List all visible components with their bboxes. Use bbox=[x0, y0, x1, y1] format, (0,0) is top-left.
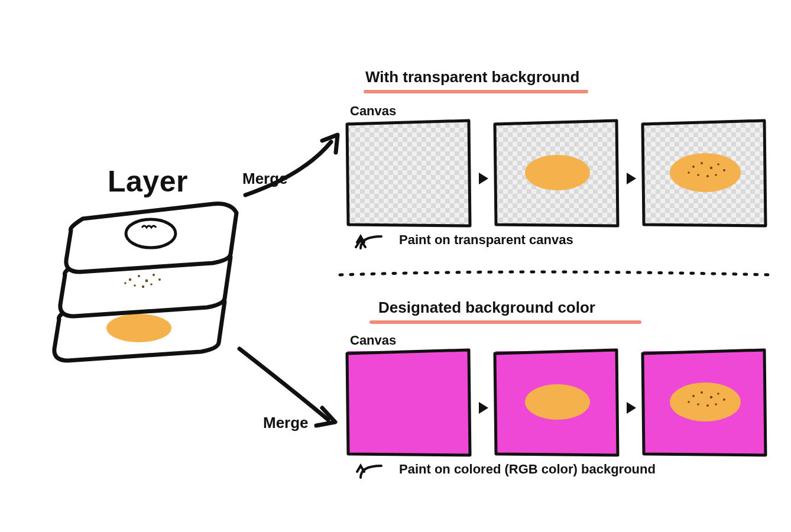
top-note: Paint on transparent canvas bbox=[399, 232, 573, 248]
svg-point-16 bbox=[525, 155, 590, 190]
svg-point-1 bbox=[129, 278, 131, 281]
svg-point-3 bbox=[145, 280, 148, 283]
svg-point-5 bbox=[142, 286, 144, 288]
svg-point-39 bbox=[715, 403, 717, 406]
svg-rect-14 bbox=[348, 122, 469, 225]
svg-point-27 bbox=[688, 171, 690, 174]
svg-point-2 bbox=[138, 275, 140, 277]
top-canvas-row bbox=[346, 118, 771, 242]
bottom-note: Paint on colored (RGB color) background bbox=[399, 462, 656, 477]
divider bbox=[340, 269, 771, 281]
top-note-arrow bbox=[349, 231, 396, 254]
svg-point-36 bbox=[717, 392, 719, 395]
svg-point-19 bbox=[692, 166, 695, 168]
svg-point-24 bbox=[697, 174, 699, 176]
top-canvas-label: Canvas bbox=[350, 103, 396, 119]
svg-point-35 bbox=[710, 396, 712, 398]
svg-rect-28 bbox=[348, 351, 469, 455]
svg-point-33 bbox=[692, 395, 695, 397]
svg-point-40 bbox=[723, 398, 725, 401]
svg-point-34 bbox=[701, 391, 703, 394]
top-underline bbox=[364, 90, 588, 93]
svg-point-18 bbox=[670, 153, 741, 192]
svg-point-22 bbox=[717, 163, 719, 166]
svg-point-4 bbox=[153, 274, 155, 276]
svg-point-30 bbox=[525, 384, 590, 420]
svg-point-20 bbox=[701, 162, 703, 164]
svg-point-8 bbox=[158, 278, 161, 281]
arrow-to-top bbox=[234, 130, 352, 207]
svg-point-37 bbox=[706, 404, 709, 407]
svg-point-9 bbox=[124, 282, 127, 284]
arrow-to-bottom bbox=[234, 343, 352, 443]
svg-point-0 bbox=[106, 314, 171, 342]
svg-point-21 bbox=[710, 167, 712, 169]
svg-point-32 bbox=[670, 382, 741, 421]
layer-stack bbox=[35, 195, 248, 378]
svg-point-41 bbox=[688, 401, 690, 403]
svg-point-7 bbox=[150, 283, 153, 286]
top-heading: With transparent background bbox=[365, 68, 579, 86]
bottom-canvas-row bbox=[346, 348, 771, 472]
svg-point-23 bbox=[706, 175, 709, 177]
bottom-note-arrow bbox=[349, 460, 396, 484]
layer-title: Layer bbox=[108, 164, 188, 199]
svg-point-38 bbox=[697, 403, 699, 406]
bottom-underline bbox=[369, 320, 641, 324]
bottom-canvas-label: Canvas bbox=[350, 333, 396, 348]
svg-point-25 bbox=[715, 174, 717, 176]
bottom-heading: Designated background color bbox=[378, 299, 595, 317]
svg-point-26 bbox=[723, 169, 725, 171]
svg-point-6 bbox=[134, 284, 136, 287]
